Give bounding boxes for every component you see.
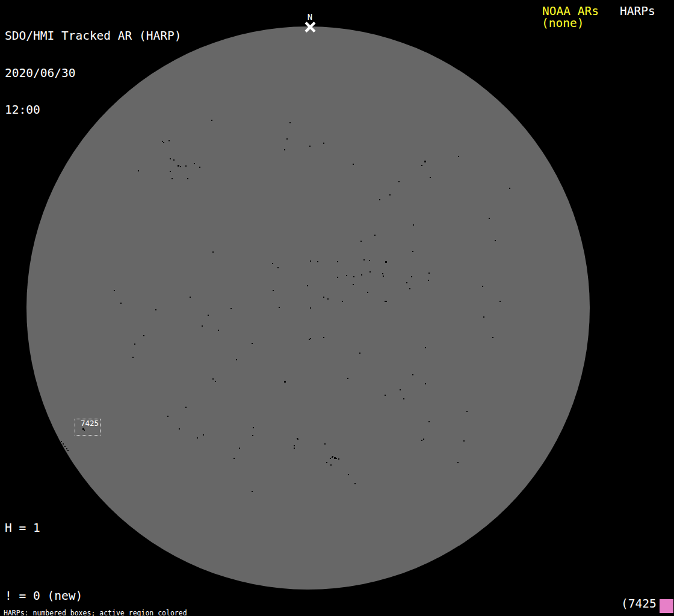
- magnetic-speck: [297, 439, 298, 440]
- magnetic-speck: [463, 440, 465, 442]
- magnetic-speck: [236, 359, 237, 360]
- magnetic-speck: [430, 177, 431, 178]
- magnetic-speck: [330, 464, 332, 466]
- magnetic-speck: [215, 381, 216, 382]
- harp-key-label: (7425: [621, 598, 657, 610]
- magnetic-speck: [458, 156, 459, 157]
- magnetic-speck: [385, 395, 386, 396]
- magnetic-speck: [353, 164, 354, 165]
- magnetic-speck: [403, 398, 404, 399]
- magnetic-speck: [421, 440, 422, 441]
- magnetic-speck: [284, 381, 286, 383]
- magnetic-speck: [63, 443, 64, 445]
- magnetic-speck: [252, 435, 253, 436]
- magnetic-speck: [347, 378, 348, 379]
- magnetic-speck: [337, 277, 338, 278]
- magnetic-speck: [423, 439, 424, 440]
- magnetic-speck: [134, 343, 135, 345]
- magnetic-speck: [386, 301, 387, 302]
- magnetic-speck: [342, 301, 343, 302]
- magnetic-speck: [353, 284, 354, 285]
- magnetic-speck: [421, 165, 422, 166]
- magnetic-speck: [212, 251, 214, 253]
- magnetic-speck: [457, 462, 459, 463]
- magnetic-speck: [167, 416, 168, 417]
- magnetic-speck: [203, 434, 204, 436]
- magnetic-speck: [330, 458, 331, 459]
- magnetic-speck: [369, 260, 370, 261]
- magnetic-speck: [170, 171, 171, 172]
- magnetic-speck: [411, 276, 412, 277]
- magnetic-speck: [363, 259, 365, 260]
- magnetic-speck: [310, 307, 311, 309]
- magnetic-speck: [379, 199, 380, 200]
- magnetic-speck: [138, 170, 139, 171]
- magnetic-speck: [483, 316, 484, 318]
- magnetic-speck: [307, 285, 308, 286]
- magnetic-speck: [509, 188, 510, 189]
- noaa-ars-label: NOAA ARs: [542, 5, 599, 17]
- magnetic-speck: [412, 251, 413, 252]
- magnetic-speck: [398, 181, 400, 182]
- magnetic-speck: [348, 474, 349, 475]
- magnetic-speck: [492, 337, 493, 338]
- magnetic-speck: [323, 297, 324, 298]
- magnetic-speck: [383, 276, 384, 277]
- north-label: N: [308, 13, 312, 21]
- magnetic-speck: [197, 437, 198, 439]
- magnetic-speck: [279, 307, 280, 308]
- harp-count: H = 1: [5, 522, 139, 534]
- magnetic-speck: [413, 224, 414, 226]
- magnetic-speck: [170, 158, 171, 159]
- magnetic-speck: [211, 120, 212, 121]
- magnetic-speck: [173, 159, 175, 161]
- magnetic-speck: [218, 330, 219, 331]
- magnetic-speck: [194, 163, 195, 164]
- magnetic-speck: [233, 458, 235, 459]
- magnetic-speck: [180, 166, 181, 167]
- magnetic-speck: [382, 273, 383, 274]
- footnote-harps: HARPs: numbered boxes; active region col…: [4, 610, 246, 616]
- magnetic-speck: [212, 378, 214, 380]
- magnetic-speck: [202, 325, 203, 327]
- magnetic-speck: [252, 491, 253, 492]
- magnetic-speck: [230, 308, 232, 309]
- magnetic-speck: [253, 427, 254, 428]
- magnetic-speck: [66, 448, 67, 449]
- magnetic-speck: [317, 261, 318, 262]
- magnetic-speck: [360, 241, 362, 242]
- magnetic-speck: [337, 261, 338, 262]
- magnetic-speck: [239, 448, 240, 449]
- magnetic-speck: [338, 458, 339, 460]
- magnetic-speck: [143, 335, 144, 336]
- magnetic-speck: [482, 286, 483, 287]
- magnetic-speck: [332, 457, 333, 458]
- magnetic-speck: [172, 178, 173, 179]
- magnetic-speck: [310, 338, 311, 339]
- magnetic-speck: [61, 441, 62, 442]
- magnetic-speck: [178, 165, 179, 167]
- magnetic-speck: [273, 290, 274, 291]
- magnetic-speck: [272, 263, 273, 264]
- magnetic-speck: [190, 297, 191, 298]
- magnetic-speck: [428, 421, 430, 422]
- magnetic-speck: [409, 288, 410, 289]
- magnetic-speck: [374, 235, 376, 236]
- north-cross-icon: [304, 21, 317, 33]
- magnetic-speck: [323, 337, 324, 338]
- magnetic-speck: [424, 161, 426, 162]
- magnetic-speck: [389, 194, 391, 196]
- magnetic-speck: [310, 260, 311, 262]
- magnetic-speck: [199, 167, 200, 168]
- magnetic-speck: [252, 343, 253, 344]
- magnetic-speck: [499, 301, 501, 302]
- magnetic-speck: [179, 428, 180, 430]
- magnetic-speck: [369, 271, 371, 273]
- magnetic-speck: [289, 122, 291, 123]
- magnetic-speck: [120, 303, 122, 304]
- magnetic-speck: [326, 462, 327, 463]
- magnetic-speck: [64, 446, 66, 447]
- magnetic-speck: [187, 178, 188, 179]
- header: SDO/HMI Tracked AR (HARP) 2020/06/30 12:…: [5, 5, 182, 141]
- legend-gap: [5, 557, 139, 567]
